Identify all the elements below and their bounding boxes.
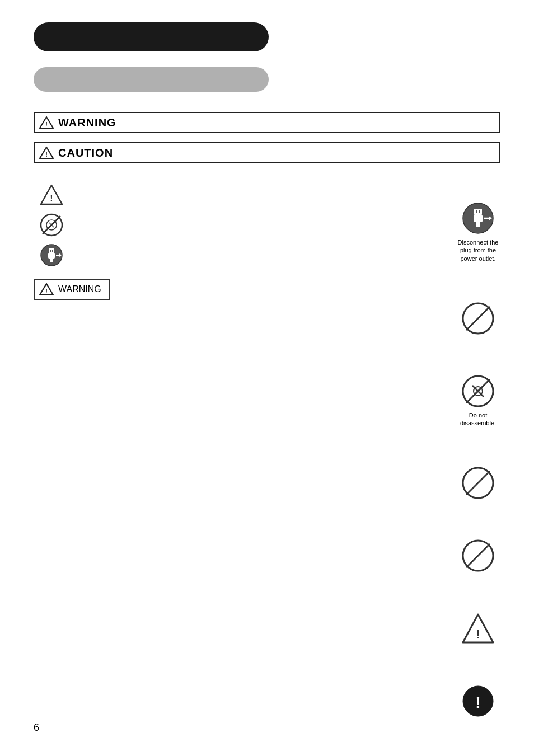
right-plug-label: Disconnect the plug from the power outle… [456,238,500,262]
right-plug-icon [461,201,495,235]
right-mandatory-block: ! [461,684,495,718]
triangle-warning-icon: ! [39,182,64,207]
triangle-icon-item: ! [39,182,500,207]
icons-section: ! [39,182,500,267]
svg-text:!: ! [475,693,481,711]
right-circle-no-2-block [461,466,495,500]
page: ! WARNING ! CAUTION ! [0,0,534,756]
svg-rect-25 [474,215,483,222]
svg-text:!: ! [50,194,53,203]
svg-text:!: ! [45,288,48,294]
svg-line-39 [466,544,490,567]
svg-rect-22 [474,209,482,215]
plug-disconnect-icon [39,243,64,267]
svg-text:!: ! [476,627,480,641]
warning-triangle-icon-1: ! [39,115,54,130]
right-plug-block: Disconnect the plug from the power outle… [456,201,500,262]
svg-rect-26 [476,222,480,227]
svg-rect-12 [49,248,54,253]
warning-triangle-icon-2: ! [39,282,54,297]
right-disassemble-icon [461,374,495,408]
svg-line-10 [43,216,60,234]
warning-label-2: WARNING [58,284,101,294]
svg-line-35 [466,379,490,403]
svg-rect-24 [479,210,480,213]
caution-label: CAUTION [58,147,113,159]
svg-line-30 [466,307,490,330]
right-circle-no-3-block [461,539,495,572]
alert-row: ! WARNING ! CAUTION [34,112,500,169]
right-circle-no-1-icon [461,302,495,335]
right-circle-no-2-icon [461,466,495,500]
right-circle-no-3-icon [461,539,495,572]
warning-label-1: WARNING [58,116,116,129]
plug-icon-item [39,243,500,267]
black-banner [34,22,269,51]
svg-text:!: ! [45,151,48,158]
page-number: 6 [34,722,39,734]
prohibition-icon-item [39,213,500,237]
right-disassemble-block: Do not disassemble. [456,374,500,428]
svg-line-37 [466,471,490,495]
svg-text:!: ! [45,121,48,128]
svg-rect-16 [50,259,53,262]
right-disassemble-label: Do not disassemble. [456,411,500,428]
right-triangle-block: ! [461,612,495,645]
right-column-icons: Disconnect the plug from the power outle… [456,201,500,718]
svg-rect-15 [48,253,55,259]
warning-box-1: ! WARNING [34,112,500,133]
caution-box: ! CAUTION [34,142,500,163]
right-mandatory-icon: ! [461,684,495,718]
svg-rect-13 [50,250,51,252]
gray-banner [34,67,269,92]
caution-triangle-icon: ! [39,145,54,160]
svg-rect-23 [476,210,477,213]
right-circle-no-1-block [461,302,495,335]
right-triangle-icon: ! [461,612,495,645]
warning-box-2: ! WARNING [34,279,110,300]
prohibition-icon [39,213,64,237]
svg-rect-14 [52,250,53,252]
